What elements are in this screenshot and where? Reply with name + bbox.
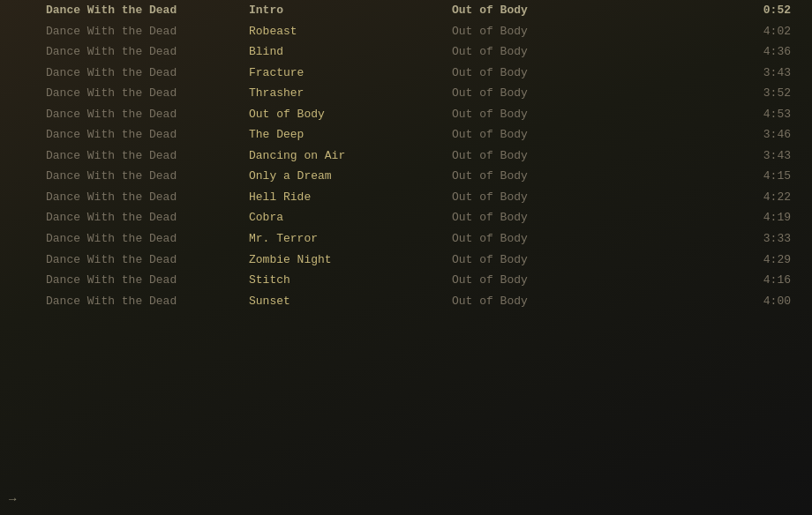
track-duration: 4:22 (655, 190, 805, 205)
track-duration: 3:33 (655, 231, 805, 247)
track-artist: Dance With the Dead (46, 252, 249, 268)
track-artist: Dance With the Dead (46, 65, 249, 81)
track-duration: 3:43 (655, 148, 805, 164)
table-row[interactable]: Dance With the DeadFractureOut of Body3:… (0, 63, 812, 84)
table-row[interactable]: Dance With the DeadThe DeepOut of Body3:… (0, 124, 812, 146)
track-artist: Dance With the Dead (46, 294, 249, 310)
track-artist: Dance With the Dead (46, 86, 249, 101)
track-title: Intro (249, 3, 452, 19)
table-row[interactable]: Dance With the DeadHell RideOut of Body4… (0, 187, 812, 208)
track-duration: 0:52 (655, 3, 805, 19)
track-album: Out of Body (452, 24, 655, 40)
track-album: Out of Body (452, 272, 655, 288)
track-title: Sunset (249, 294, 452, 310)
track-title: Dancing on Air (249, 148, 452, 164)
track-duration: 4:15 (655, 168, 805, 184)
track-artist: Dance With the Dead (46, 231, 249, 247)
track-duration: 4:53 (655, 107, 805, 123)
track-artist: Dance With the Dead (46, 24, 249, 40)
track-artist: Dance With the Dead (46, 107, 249, 123)
track-duration: 3:52 (655, 86, 805, 101)
track-title: Thrasher (249, 86, 452, 101)
table-row[interactable]: Dance With the DeadIntroOut of Body0:52 (0, 0, 812, 21)
table-row[interactable]: Dance With the DeadBlindOut of Body4:36 (0, 41, 812, 63)
track-title: Blind (249, 44, 452, 60)
track-title: Fracture (249, 65, 452, 81)
table-row[interactable]: Dance With the DeadZombie NightOut of Bo… (0, 250, 812, 271)
track-duration: 4:36 (655, 44, 805, 60)
table-row[interactable]: Dance With the DeadSunsetOut of Body4:00 (0, 291, 812, 312)
track-title: Out of Body (249, 107, 452, 123)
track-artist: Dance With the Dead (46, 272, 249, 288)
track-artist: Dance With the Dead (46, 210, 249, 226)
track-album: Out of Body (452, 168, 655, 184)
track-artist: Dance With the Dead (46, 168, 249, 184)
track-album: Out of Body (452, 44, 655, 60)
track-album: Out of Body (452, 107, 655, 123)
track-album: Out of Body (452, 294, 655, 310)
track-title: Stitch (249, 272, 452, 288)
track-album: Out of Body (452, 65, 655, 81)
track-title: The Deep (249, 127, 452, 143)
track-album: Out of Body (452, 148, 655, 164)
track-title: Zombie Night (249, 252, 452, 268)
track-artist: Dance With the Dead (46, 44, 249, 60)
track-title: Hell Ride (249, 190, 452, 205)
table-row[interactable]: Dance With the DeadOut of BodyOut of Bod… (0, 104, 812, 125)
table-row[interactable]: Dance With the DeadDancing on AirOut of … (0, 146, 812, 167)
arrow-indicator: → (9, 492, 16, 506)
track-title: Mr. Terror (249, 231, 452, 247)
table-row[interactable]: Dance With the DeadCobraOut of Body4:19 (0, 207, 812, 228)
track-album: Out of Body (452, 190, 655, 205)
track-artist: Dance With the Dead (46, 3, 249, 19)
track-list: Dance With the DeadIntroOut of Body0:52D… (0, 0, 812, 311)
track-title: Only a Dream (249, 168, 452, 184)
track-duration: 4:19 (655, 210, 805, 226)
track-album: Out of Body (452, 231, 655, 247)
track-album: Out of Body (452, 252, 655, 268)
table-row[interactable]: Dance With the DeadRobeastOut of Body4:0… (0, 21, 812, 42)
table-row[interactable]: Dance With the DeadStitchOut of Body4:16 (0, 270, 812, 291)
track-duration: 4:29 (655, 252, 805, 268)
track-artist: Dance With the Dead (46, 190, 249, 205)
track-title: Robeast (249, 24, 452, 40)
track-artist: Dance With the Dead (46, 148, 249, 164)
table-row[interactable]: Dance With the DeadMr. TerrorOut of Body… (0, 228, 812, 250)
table-row[interactable]: Dance With the DeadOnly a DreamOut of Bo… (0, 166, 812, 187)
track-duration: 3:43 (655, 65, 805, 81)
track-album: Out of Body (452, 86, 655, 101)
track-album: Out of Body (452, 210, 655, 226)
track-title: Cobra (249, 210, 452, 226)
track-duration: 4:16 (655, 272, 805, 288)
track-duration: 4:02 (655, 24, 805, 40)
track-duration: 4:00 (655, 294, 805, 310)
track-album: Out of Body (452, 3, 655, 19)
track-duration: 3:46 (655, 127, 805, 143)
track-artist: Dance With the Dead (46, 127, 249, 143)
table-row[interactable]: Dance With the DeadThrasherOut of Body3:… (0, 83, 812, 104)
track-album: Out of Body (452, 127, 655, 143)
